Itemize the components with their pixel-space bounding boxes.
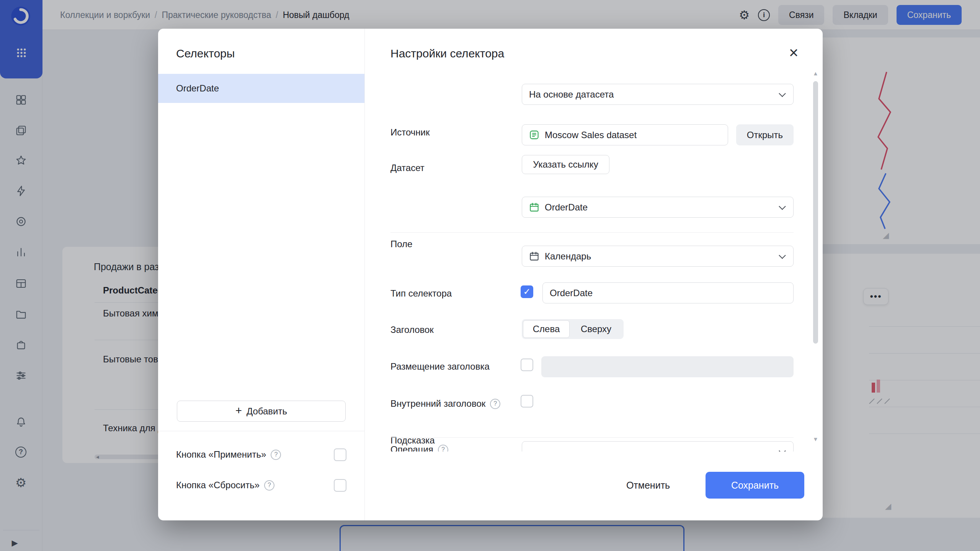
save-selector-button[interactable]: Сохранить [706, 472, 804, 499]
open-dataset-button[interactable]: Открыть [736, 124, 794, 145]
calendar-icon [529, 251, 539, 261]
field-label: Поле [390, 239, 412, 249]
dataset-input[interactable]: Moscow Sales dataset [522, 124, 728, 145]
reset-button-row: Кнопка «Сбросить» ? [176, 478, 346, 492]
left-panel-divider [158, 431, 364, 431]
add-selector-button[interactable]: + Добавить [177, 401, 346, 422]
chevron-down-icon [779, 252, 786, 259]
date-field-calendar-icon [529, 202, 539, 212]
chevron-down-icon [779, 203, 786, 210]
operation-help-icon[interactable]: ? [438, 445, 448, 452]
field-value: OrderDate [545, 202, 588, 213]
placement-option-top[interactable]: Сверху [570, 320, 622, 338]
screen: Коллекции и воркбуки / Практические руко… [0, 0, 980, 551]
placement-label: Размещение заголовка [390, 361, 490, 372]
cancel-button[interactable]: Отменить [617, 472, 679, 499]
selector-type-value: Календарь [545, 251, 591, 262]
selector-type-select[interactable]: Календарь [522, 246, 794, 267]
apply-help-icon[interactable]: ? [271, 450, 281, 460]
apply-button-checkbox[interactable] [334, 448, 346, 461]
title-value: OrderDate [550, 288, 593, 298]
inner-title-input [541, 356, 794, 377]
title-checkbox[interactable]: ✓ [521, 285, 533, 298]
close-icon[interactable]: × [789, 45, 799, 61]
dataset-label: Датасет [390, 163, 425, 173]
settings-form: Источник На основе датасета Датасет Mosc… [365, 67, 823, 452]
form-divider [390, 232, 794, 233]
scroll-up-icon[interactable]: ▲ [813, 70, 818, 77]
form-divider [390, 437, 794, 438]
placement-option-left[interactable]: Слева [523, 320, 570, 338]
field-select[interactable]: OrderDate [522, 197, 794, 218]
selector-list-item-orderdate[interactable]: OrderDate [158, 74, 364, 103]
inner-title-checkbox[interactable] [521, 359, 533, 371]
selector-settings-modal: Селекторы OrderDate + Добавить Кнопка «П… [158, 29, 823, 520]
selector-item-label: OrderDate [176, 83, 219, 94]
inner-title-label: Внутренний заголовок ? [390, 398, 500, 409]
selector-type-label: Тип селектора [390, 288, 452, 299]
apply-button-label: Кнопка «Применить» [176, 449, 266, 460]
plus-icon: + [235, 405, 242, 416]
reset-button-label: Кнопка «Сбросить» [176, 480, 260, 491]
source-label: Источник [390, 127, 430, 138]
chevron-down-icon [779, 90, 786, 97]
selectors-panel-title: Селекторы [176, 47, 235, 60]
reset-button-checkbox[interactable] [334, 479, 346, 492]
source-select[interactable]: На основе датасета [522, 84, 794, 105]
dataset-icon [529, 130, 539, 140]
specify-link-button[interactable]: Указать ссылку [522, 155, 609, 174]
operation-select[interactable] [522, 441, 794, 452]
add-selector-label: Добавить [247, 406, 287, 417]
settings-panel-title: Настройки селектора [390, 47, 504, 60]
chevron-down-icon [779, 447, 786, 452]
title-label: Заголовок [390, 324, 434, 335]
source-value: На основе датасета [529, 89, 614, 100]
reset-help-icon[interactable]: ? [264, 480, 274, 491]
operation-label: Операция ? [390, 444, 448, 452]
inner-title-help-icon[interactable]: ? [490, 399, 500, 409]
scroll-down-icon[interactable]: ▼ [813, 436, 818, 442]
dataset-value: Moscow Sales dataset [545, 130, 637, 140]
hint-checkbox[interactable] [521, 395, 533, 408]
check-icon: ✓ [523, 287, 531, 297]
vertical-scrollbar-thumb[interactable] [813, 81, 818, 344]
placement-segmented-control: Слева Сверху [522, 319, 624, 339]
apply-button-row: Кнопка «Применить» ? [176, 448, 346, 461]
title-input[interactable]: OrderDate [542, 282, 794, 303]
